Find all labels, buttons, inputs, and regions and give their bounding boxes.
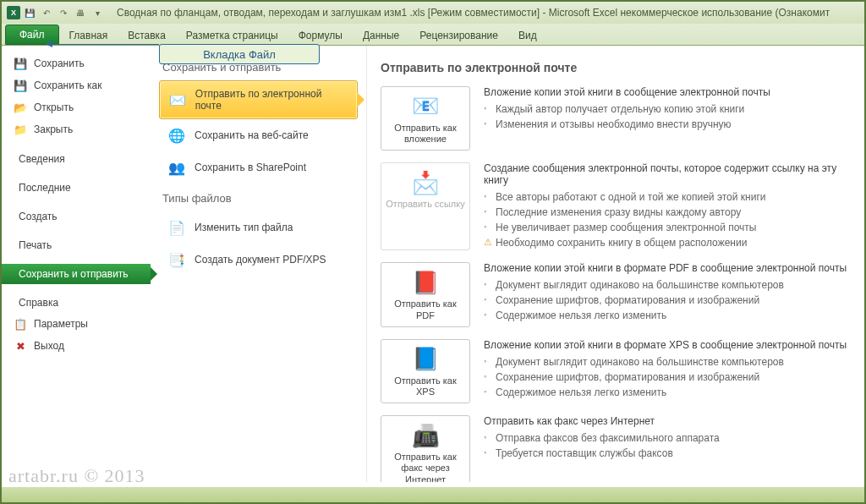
cmd-save-send-label: Сохранить и отправить bbox=[19, 268, 129, 280]
btn-send-as-attachment-label: Отправить как вложение bbox=[385, 123, 466, 145]
desc-title: Создание сообщения электронной почты, ко… bbox=[484, 162, 851, 186]
btn-send-as-xps[interactable]: 📘 Отправить как XPS bbox=[381, 339, 470, 403]
cmd-options[interactable]: 📋Параметры bbox=[2, 313, 151, 335]
qat-more-icon[interactable]: ▾ bbox=[90, 5, 105, 20]
save-icon: 💾 bbox=[14, 57, 27, 70]
option-send-link-row: 📩 Отправить ссылку Создание сообщения эл… bbox=[381, 162, 851, 250]
xps-icon: 📘 bbox=[411, 347, 440, 372]
window-title: Сводная по фланцам, отводам, переходам и… bbox=[110, 7, 864, 19]
cmd-recent-label: Последние bbox=[19, 182, 71, 194]
mid-create-pdf-xps[interactable]: 📑Создать документ PDF/XPS bbox=[159, 244, 358, 276]
ribbon-tabs: Файл Главная Вставка Разметка страницы Ф… bbox=[2, 24, 864, 46]
mid-send-email-label: Отправить по электронной почте bbox=[195, 88, 348, 112]
bullet: Все авторы работают с одной и той же коп… bbox=[484, 189, 851, 205]
mid-change-type-label: Изменить тип файла bbox=[195, 222, 293, 233]
tab-data[interactable]: Данные bbox=[353, 26, 409, 45]
status-bar bbox=[2, 487, 864, 502]
cmd-new[interactable]: Создать bbox=[2, 206, 151, 227]
tab-insert[interactable]: Вставка bbox=[118, 26, 176, 45]
titlebar: X 💾 ↶ ↷ 🖶 ▾ Сводная по фланцам, отводам,… bbox=[2, 2, 864, 24]
cmd-save-as[interactable]: 💾Сохранить как bbox=[2, 74, 151, 96]
tab-view[interactable]: Вид bbox=[508, 26, 547, 45]
option-send-attachment-row: 📧 Отправить как вложение Вложение копии … bbox=[381, 86, 851, 151]
backstage: 💾Сохранить 💾Сохранить как 📂Открыть 📁Закр… bbox=[2, 46, 864, 482]
cmd-help[interactable]: Справка bbox=[2, 293, 151, 313]
cmd-open[interactable]: 📂Открыть bbox=[2, 96, 151, 118]
quick-access-toolbar: X 💾 ↶ ↷ 🖶 ▾ bbox=[2, 5, 110, 20]
desc-send-link: Создание сообщения электронной почты, ко… bbox=[484, 162, 851, 250]
globe-icon: 🌐 bbox=[167, 126, 186, 145]
cmd-save-as-label: Сохранить как bbox=[34, 79, 101, 91]
mid-send-email[interactable]: ✉️Отправить по электронной почте bbox=[159, 80, 358, 119]
attachment-icon: 📧 bbox=[411, 94, 440, 119]
cmd-save-label: Сохранить bbox=[34, 58, 85, 69]
bullet: Документ выглядит одинаково на большинст… bbox=[484, 354, 851, 370]
callout-file-tab: Вкладка Файл bbox=[159, 44, 320, 64]
bullet: Не увеличивает размер сообщения электрон… bbox=[484, 220, 851, 235]
cmd-save-send[interactable]: Сохранить и отправить bbox=[2, 264, 151, 284]
mid-heading-filetypes: Типы файлов bbox=[162, 192, 354, 205]
btn-send-link-label: Отправить ссылку bbox=[386, 199, 464, 210]
bullet: Изменения и отзывы необходимо внести вру… bbox=[484, 117, 851, 132]
tab-page-layout[interactable]: Разметка страницы bbox=[176, 26, 288, 45]
bullet: Каждый автор получает отдельную копию эт… bbox=[484, 101, 851, 117]
cmd-print-label: Печать bbox=[19, 239, 52, 251]
btn-send-as-pdf[interactable]: 📕 Отправить как PDF bbox=[381, 262, 470, 326]
mid-save-sharepoint[interactable]: 👥Сохранить в SharePoint bbox=[159, 151, 358, 184]
bullet: Содержимое нельзя легко изменить bbox=[484, 385, 851, 400]
bullet: Сохранение шрифтов, форматирования и изо… bbox=[484, 293, 851, 308]
link-icon: 📩 bbox=[411, 170, 440, 195]
tab-review[interactable]: Рецензирование bbox=[409, 26, 508, 45]
desc-send-xps: Вложение копии этой книги в формате XPS … bbox=[484, 339, 851, 403]
btn-send-as-fax-label: Отправить как факс через Интернет bbox=[385, 452, 466, 482]
backstage-left: 💾Сохранить 💾Сохранить как 📂Открыть 📁Закр… bbox=[2, 46, 151, 482]
cmd-info[interactable]: Сведения bbox=[2, 149, 151, 169]
bullet-warning: Необходимо сохранить книгу в общем распо… bbox=[484, 235, 851, 250]
btn-send-as-xps-label: Отправить как XPS bbox=[385, 375, 466, 397]
mid-save-web-label: Сохранить на веб-сайте bbox=[195, 129, 309, 141]
cmd-print[interactable]: Печать bbox=[2, 235, 151, 255]
btn-send-link: 📩 Отправить ссылку bbox=[381, 162, 470, 250]
cmd-recent[interactable]: Последние bbox=[2, 178, 151, 198]
qat-save-icon[interactable]: 💾 bbox=[22, 5, 37, 20]
sharepoint-icon: 👥 bbox=[167, 158, 186, 177]
option-send-xps-row: 📘 Отправить как XPS Вложение копии этой … bbox=[381, 339, 851, 403]
btn-send-as-fax[interactable]: 📠 Отправить как факс через Интернет bbox=[381, 415, 470, 482]
cmd-close-label: Закрыть bbox=[34, 123, 73, 135]
callout-line bbox=[49, 44, 159, 54]
desc-title: Вложение копии этой книги в сообщение эл… bbox=[484, 86, 851, 98]
cmd-save[interactable]: 💾Сохранить bbox=[2, 52, 151, 74]
bullet: Документ выглядит одинаково на большинст… bbox=[484, 277, 851, 293]
desc-send-fax: Отправить как факс через Интернет Отправ… bbox=[484, 415, 851, 482]
mid-create-pdf-label: Создать документ PDF/XPS bbox=[195, 254, 326, 266]
options-icon: 📋 bbox=[14, 317, 27, 331]
backstage-mid: Сохранить и отправить ✉️Отправить по эле… bbox=[151, 46, 367, 482]
qat-redo-icon[interactable]: ↷ bbox=[56, 5, 71, 20]
desc-title: Вложение копии этой книги в формате PDF … bbox=[484, 262, 851, 274]
cmd-open-label: Открыть bbox=[34, 101, 74, 113]
save-as-icon: 💾 bbox=[14, 79, 27, 92]
tab-home[interactable]: Главная bbox=[59, 26, 118, 45]
desc-title: Отправить как факс через Интернет bbox=[484, 415, 851, 427]
mid-save-web[interactable]: 🌐Сохранить на веб-сайте bbox=[159, 119, 358, 151]
cmd-new-label: Создать bbox=[19, 211, 58, 222]
envelope-icon: ✉️ bbox=[168, 90, 187, 109]
bullet: Отправка факсов без факсимильного аппара… bbox=[484, 430, 851, 446]
mid-change-type[interactable]: 📄Изменить тип файла bbox=[159, 211, 358, 244]
pdf-icon: 📕 bbox=[411, 270, 440, 295]
cmd-exit[interactable]: ✖Выход bbox=[2, 335, 151, 357]
qat-print-icon[interactable]: 🖶 bbox=[73, 5, 88, 20]
bullet: Последние изменения сразу видны каждому … bbox=[484, 205, 851, 220]
cmd-exit-label: Выход bbox=[34, 340, 64, 352]
mid-save-sp-label: Сохранить в SharePoint bbox=[195, 162, 306, 173]
option-send-pdf-row: 📕 Отправить как PDF Вложение копии этой … bbox=[381, 262, 851, 326]
close-icon: 📁 bbox=[14, 123, 27, 136]
exit-icon: ✖ bbox=[14, 339, 27, 353]
btn-send-as-pdf-label: Отправить как PDF bbox=[385, 299, 466, 320]
cmd-close[interactable]: 📁Закрыть bbox=[2, 118, 151, 140]
btn-send-as-attachment[interactable]: 📧 Отправить как вложение bbox=[381, 86, 470, 151]
qat-undo-icon[interactable]: ↶ bbox=[39, 5, 54, 20]
right-heading: Отправить по электронной почте bbox=[381, 61, 851, 74]
tab-formulas[interactable]: Формулы bbox=[288, 26, 353, 45]
excel-icon: X bbox=[7, 6, 20, 19]
